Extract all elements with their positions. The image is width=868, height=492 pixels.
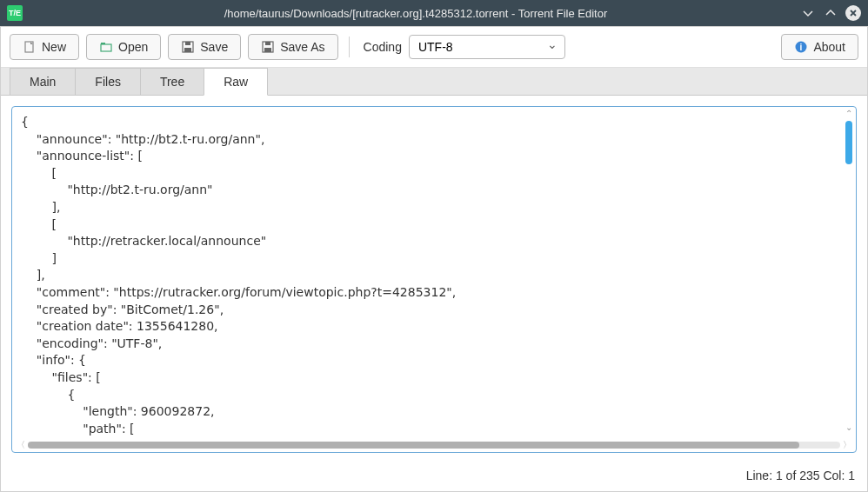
tab-files[interactable]: Files [75, 68, 141, 95]
scroll-right-icon[interactable]: 〉 [842, 439, 852, 451]
statusbar: Line: 1 of 235 Col: 1 [1, 463, 867, 491]
scroll-left-icon[interactable]: 〈 [16, 439, 26, 451]
toolbar-separator [349, 37, 350, 57]
toolbar: New Open Save Save As Coding UTF-8 [1, 27, 867, 68]
horizontal-scrollbar[interactable]: 〈 〉 [12, 438, 856, 452]
scroll-up-icon[interactable]: ⌃ [845, 109, 852, 121]
new-button[interactable]: New [10, 34, 79, 60]
about-button[interactable]: i About [781, 34, 858, 60]
saveas-button[interactable]: Save As [248, 34, 337, 60]
svg-rect-4 [185, 42, 190, 45]
close-button[interactable] [845, 5, 861, 21]
cursor-position: Line: 1 of 235 Col: 1 [746, 469, 855, 482]
vertical-scrollbar[interactable]: ⌃ ⌄ [844, 109, 854, 435]
window-controls [800, 5, 861, 21]
save-label: Save [200, 40, 228, 54]
coding-label: Coding [364, 40, 402, 54]
coding-value: UTF-8 [418, 40, 453, 54]
scroll-down-icon[interactable]: ⌄ [845, 422, 852, 435]
saveas-label: Save As [280, 40, 324, 54]
vscroll-track[interactable] [845, 121, 852, 422]
tab-tree[interactable]: Tree [140, 68, 204, 95]
main-window: New Open Save Save As Coding UTF-8 [0, 26, 868, 492]
saveas-icon [261, 40, 275, 54]
window-title: /home/taurus/Downloads/[rutracker.org].t… [31, 7, 800, 20]
new-file-icon [23, 40, 37, 54]
titlebar: T/E /home/taurus/Downloads/[rutracker.or… [0, 0, 868, 26]
open-folder-icon [99, 40, 113, 54]
content-area: { "announce": "http://bt2.t-ru.org/ann",… [1, 96, 867, 463]
about-label: About [813, 40, 845, 54]
tab-main[interactable]: Main [10, 68, 76, 95]
app-icon: T/E [7, 5, 23, 21]
save-icon [181, 40, 195, 54]
hscroll-track[interactable] [28, 442, 840, 449]
editor-wrap: { "announce": "http://bt2.t-ru.org/ann",… [11, 106, 857, 453]
open-button[interactable]: Open [86, 34, 161, 60]
coding-dropdown[interactable]: UTF-8 [409, 35, 565, 59]
svg-rect-2 [101, 43, 105, 44]
new-label: New [42, 40, 66, 54]
open-label: Open [118, 40, 148, 54]
raw-editor[interactable]: { "announce": "http://bt2.t-ru.org/ann",… [12, 107, 856, 438]
save-button[interactable]: Save [168, 34, 241, 60]
minimize-button[interactable] [800, 5, 816, 21]
svg-rect-8 [264, 48, 271, 52]
svg-rect-5 [184, 48, 191, 52]
svg-rect-1 [101, 44, 111, 51]
maximize-button[interactable] [823, 5, 838, 21]
tabs: Main Files Tree Raw [1, 68, 867, 96]
info-icon: i [794, 40, 808, 54]
tab-raw[interactable]: Raw [204, 68, 268, 96]
svg-rect-7 [265, 42, 270, 45]
svg-text:i: i [800, 43, 803, 52]
vscroll-thumb[interactable] [845, 121, 852, 164]
hscroll-thumb[interactable] [28, 442, 799, 449]
